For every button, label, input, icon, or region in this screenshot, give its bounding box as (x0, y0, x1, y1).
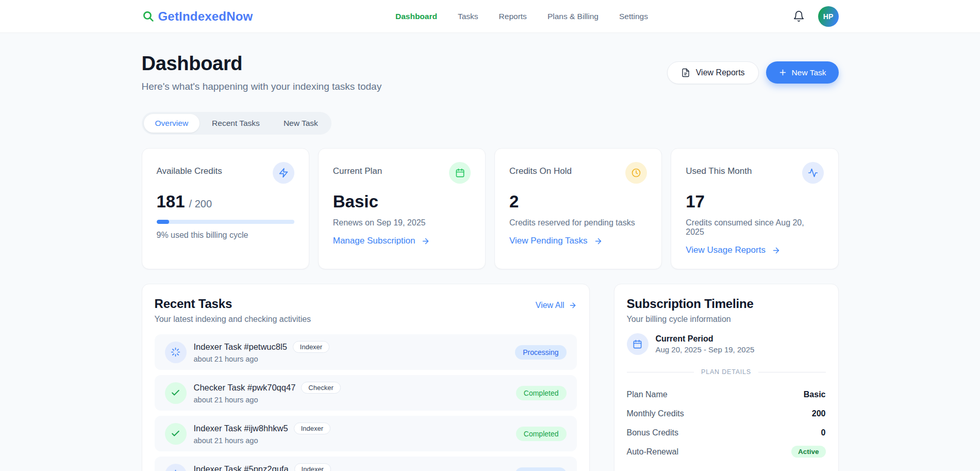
used-caption: Credits consumed since Aug 20, 2025 (686, 218, 823, 237)
stat-card-used-this-month: Used This Month 17 Credits consumed sinc… (671, 148, 838, 269)
status-badge: Processing (515, 345, 566, 360)
nav-item-tasks[interactable]: Tasks (458, 12, 478, 21)
task-row[interactable]: Indexer Task #petwuc8l5 Indexer about 21… (155, 334, 577, 370)
task-name: Checker Task #pwk70qq47 (194, 383, 296, 393)
task-type-badge: Checker (301, 382, 340, 394)
subscription-timeline-panel: Subscription Timeline Your billing cycle… (614, 284, 839, 471)
task-name: Indexer Task #5pnz2qufa (194, 464, 289, 471)
tab-recent-tasks[interactable]: Recent Tasks (201, 114, 271, 133)
stat-card-available-credits: Available Credits 181 / 200 9% used this… (142, 148, 309, 269)
user-avatar[interactable]: HP (818, 6, 839, 27)
task-timestamp: about 21 hours ago (194, 355, 508, 363)
subscription-title: Subscription Timeline (627, 297, 826, 311)
credits-value: 181 (157, 192, 185, 212)
bolt-icon (273, 162, 294, 184)
plan-caption: Renews on Sep 19, 2025 (333, 218, 471, 228)
file-text-icon (681, 68, 690, 77)
recent-tasks-title: Recent Tasks (155, 297, 311, 311)
nav-item-dashboard[interactable]: Dashboard (395, 12, 437, 21)
credits-caption: 9% used this billing cycle (157, 231, 294, 240)
task-row[interactable]: Indexer Task #5pnz2qufa Indexer about 22… (155, 457, 577, 471)
nav-item-settings[interactable]: Settings (619, 12, 648, 21)
arrow-right-icon (594, 237, 603, 246)
page-title: Dashboard (142, 53, 382, 75)
task-timestamp: about 21 hours ago (194, 436, 509, 445)
subscription-subtitle: Your billing cycle information (627, 315, 826, 324)
stat-title: Available Credits (157, 162, 222, 176)
arrow-right-icon (772, 246, 780, 255)
clock-icon (625, 162, 647, 184)
notifications-button[interactable] (791, 8, 807, 24)
view-pending-tasks-link[interactable]: View Pending Tasks (509, 236, 603, 246)
stat-title: Used This Month (686, 162, 752, 176)
current-period-range: Aug 20, 2025 - Sep 19, 2025 (656, 345, 755, 354)
status-badge: Completed (516, 386, 567, 400)
hold-caption: Credits reserved for pending tasks (509, 218, 647, 228)
status-badge: Processing (515, 467, 566, 471)
plan-details-label: PLAN DETAILS (701, 368, 751, 376)
task-row[interactable]: Indexer Task #ijw8hhkw5 Indexer about 21… (155, 416, 577, 451)
plus-icon (778, 68, 787, 77)
tab-overview[interactable]: Overview (144, 114, 200, 133)
stat-card-credits-on-hold: Credits On Hold 2 Credits reserved for p… (494, 148, 662, 269)
recent-tasks-subtitle: Your latest indexing and checking activi… (155, 315, 311, 324)
bell-icon (793, 10, 805, 22)
detail-row-bonus-credits: Bonus Credits 0 (627, 423, 826, 442)
view-pending-tasks-link-label: View Pending Tasks (509, 236, 588, 246)
recent-tasks-panel: Recent Tasks Your latest indexing and ch… (142, 284, 590, 471)
page-subtitle: Here's what's happening with your indexi… (142, 81, 382, 92)
task-list: Indexer Task #petwuc8l5 Indexer about 21… (155, 334, 577, 471)
detail-row-auto-renewal: Auto-Renewal Active (627, 442, 826, 461)
check-icon (165, 423, 187, 445)
detail-row-plan-name: Plan Name Basic (627, 385, 826, 404)
arrow-right-icon (569, 301, 577, 310)
task-name: Indexer Task #petwuc8l5 (194, 342, 287, 352)
manage-subscription-link-label: Manage Subscription (333, 236, 416, 246)
nav-item-plans-billing[interactable]: Plans & Billing (547, 12, 599, 21)
task-name: Indexer Task #ijw8hhkw5 (194, 424, 288, 433)
stat-card-current-plan: Current Plan Basic Renews on Sep 19, 202… (318, 148, 486, 269)
task-row[interactable]: Checker Task #pwk70qq47 Checker about 21… (155, 375, 577, 411)
plan-details-divider: PLAN DETAILS (627, 368, 826, 376)
current-period-label: Current Period (656, 334, 755, 344)
view-tabs: Overview Recent Tasks New Task (142, 112, 331, 135)
main-nav: Dashboard Tasks Reports Plans & Billing … (253, 12, 790, 21)
task-type-badge: Indexer (293, 341, 329, 353)
search-icon (142, 10, 155, 23)
view-all-link[interactable]: View All (536, 301, 577, 310)
view-reports-label: View Reports (696, 68, 745, 77)
task-type-badge: Indexer (294, 463, 331, 471)
activity-icon (802, 162, 824, 184)
detail-row-monthly-credits: Monthly Credits 200 (627, 404, 826, 423)
spinner-icon (165, 342, 187, 363)
credits-total: / 200 (189, 198, 212, 210)
credits-progress-bar (157, 220, 294, 224)
spinner-icon (165, 464, 187, 471)
brand-name: GetIndexedNow (158, 9, 253, 24)
task-timestamp: about 21 hours ago (194, 396, 509, 404)
detail-value: 200 (812, 409, 826, 418)
detail-value: 0 (821, 428, 826, 437)
detail-label: Auto-Renewal (627, 447, 679, 457)
detail-label: Monthly Credits (627, 409, 684, 418)
new-task-button[interactable]: New Task (766, 61, 839, 84)
used-value: 17 (686, 192, 705, 212)
detail-value: Basic (804, 390, 826, 399)
calendar-icon (627, 333, 649, 355)
new-task-label: New Task (792, 68, 826, 77)
stat-title: Current Plan (333, 162, 382, 176)
brand-logo[interactable]: GetIndexedNow (142, 9, 253, 24)
view-all-label: View All (536, 301, 564, 310)
view-reports-button[interactable]: View Reports (667, 61, 759, 84)
top-navigation-bar: GetIndexedNow Dashboard Tasks Reports Pl… (0, 0, 980, 33)
view-usage-reports-link[interactable]: View Usage Reports (686, 245, 780, 255)
detail-label: Bonus Credits (627, 428, 679, 437)
task-type-badge: Indexer (294, 423, 330, 434)
nav-item-reports[interactable]: Reports (499, 12, 527, 21)
tab-new-task[interactable]: New Task (272, 114, 329, 133)
detail-label: Plan Name (627, 390, 668, 399)
manage-subscription-link[interactable]: Manage Subscription (333, 236, 430, 246)
arrow-right-icon (421, 237, 430, 246)
credits-progress-fill (157, 220, 169, 224)
check-icon (165, 382, 187, 404)
